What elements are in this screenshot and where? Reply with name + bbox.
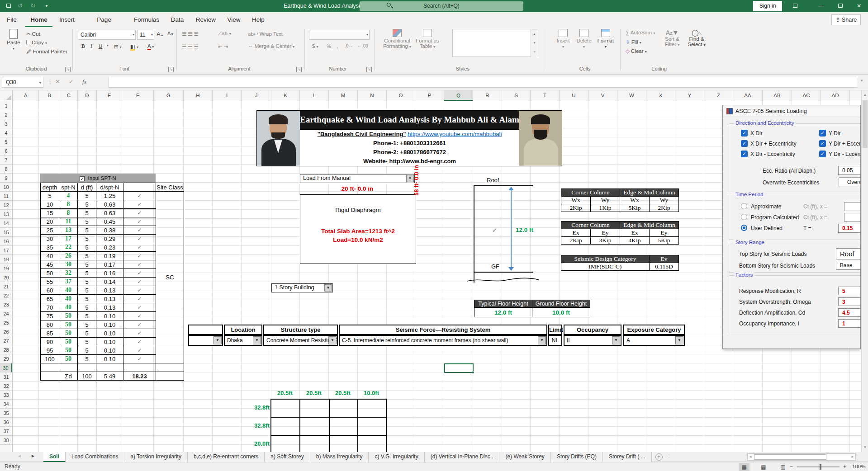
row-header-32[interactable]: 32	[0, 382, 12, 391]
bottom-story-field[interactable]: Base	[836, 261, 861, 270]
spt-data-row[interactable]: 5451.25✓SC	[41, 192, 184, 200]
radio-field[interactable]	[844, 202, 861, 211]
checkbox-x-dir-eccentricity[interactable]: ✓	[741, 140, 748, 147]
row-header-19[interactable]: 19	[0, 264, 12, 273]
restore-button[interactable]	[831, 0, 849, 12]
save-icon[interactable]	[4, 2, 14, 10]
row-header-20[interactable]: 20	[0, 273, 12, 282]
hscroll-right-icon[interactable]: ►	[851, 455, 854, 459]
cut-button[interactable]: ✂ Cut	[26, 31, 40, 37]
column-header-Z[interactable]: Z	[704, 90, 733, 101]
insert-cells-button[interactable]: Insert▾	[553, 29, 574, 49]
radio-user-defined[interactable]	[741, 225, 747, 231]
sheet-tab-load-combinations[interactable]: Load Combinations	[66, 452, 124, 462]
row-header-2[interactable]: 2	[0, 110, 12, 119]
checkbox-y-dir-eccentricity[interactable]: ✓	[819, 140, 826, 147]
banner-youtube-link[interactable]: https://www.youtube.com/mahbubali	[408, 131, 502, 137]
insert-function-icon[interactable]: fx	[82, 78, 86, 85]
column-headers[interactable]: ABCDEFGHIJKLMNOPQRSTUVWXYZAAABACAD	[13, 90, 862, 101]
column-header-B[interactable]: B	[39, 90, 60, 101]
orientation-icon[interactable]: ⟋ab ▾	[218, 31, 232, 37]
column-header-R[interactable]: R	[473, 90, 502, 101]
checkbox-icon[interactable]: ✓	[80, 176, 85, 181]
checkbox-y-dir-eccentricity[interactable]: ✓	[819, 151, 826, 157]
combo-arrow-icon[interactable]: ▼	[324, 284, 332, 292]
story-count-combo[interactable]: 1 Story Building▼	[271, 283, 333, 292]
percent-format-icon[interactable]: %	[327, 43, 331, 49]
copy-button[interactable]: Copy ▾	[26, 40, 47, 45]
number-format-combo[interactable]: ▾	[309, 30, 370, 40]
row-header-7[interactable]: 7	[0, 155, 12, 165]
combo-arrow-icon[interactable]: ▼	[213, 336, 222, 344]
search-box[interactable]: Search (Alt+Q)	[360, 1, 523, 11]
zoom-slider-track[interactable]	[797, 466, 840, 467]
column-header-Q[interactable]: Q	[444, 90, 473, 101]
column-header-E[interactable]: E	[97, 90, 122, 101]
sheet-tab-storey-drift-[interactable]: Storey Drift ( ...	[603, 452, 652, 462]
indent-icons[interactable]: ⇤ ⇥	[218, 43, 228, 50]
radio-approximate[interactable]	[741, 203, 747, 209]
column-header-AA[interactable]: AA	[733, 90, 763, 101]
combo-arrow-icon[interactable]: ▼	[675, 336, 683, 344]
row-header-34[interactable]: 34	[0, 400, 12, 409]
input-sptn-checkbox[interactable]: ✓ Inpul SPT-N	[40, 174, 156, 183]
increase-font-icon[interactable]: A▲	[157, 31, 164, 38]
column-header-N[interactable]: N	[358, 90, 387, 101]
font-color-icon[interactable]: A ▾	[147, 43, 154, 49]
ribbon-tab-file[interactable]: File	[0, 12, 25, 27]
ribbon-tab-data[interactable]: Data	[164, 12, 191, 27]
column-header-J[interactable]: J	[242, 90, 271, 101]
horizontal-align-icons[interactable]: ☰☰☰	[182, 43, 200, 50]
row-header-18[interactable]: 18	[0, 255, 12, 264]
row-header-38[interactable]: 38	[0, 436, 12, 445]
borders-icon[interactable]: ⊞ ▾	[114, 43, 122, 50]
confirm-entry-icon[interactable]: ✓	[69, 78, 74, 85]
bold-button[interactable]: B	[81, 43, 85, 49]
row-header-15[interactable]: 15	[0, 228, 12, 237]
param-value-Limit[interactable]: NL	[548, 335, 562, 346]
column-header-V[interactable]: V	[588, 90, 617, 101]
gallery-scroll-buttons[interactable]: ▴▾≡	[531, 29, 538, 57]
column-header-H[interactable]: H	[184, 90, 213, 101]
sheet-tab-c-v-g-irregularity[interactable]: c) V.G. Irregularity	[369, 452, 424, 462]
column-header-G[interactable]: G	[154, 90, 184, 101]
radio-field[interactable]	[844, 213, 861, 222]
column-header-U[interactable]: U	[560, 90, 588, 101]
expand-formula-bar-icon[interactable]: ▾	[861, 78, 863, 83]
font-family-combo[interactable]: Calibri▾	[78, 30, 136, 40]
radio-program-calculated[interactable]	[741, 214, 747, 220]
row-header-13[interactable]: 13	[0, 210, 12, 219]
param-value-Occupancy Category[interactable]: II▼	[564, 335, 621, 346]
checkbox-x-dir[interactable]: ✓	[741, 130, 748, 137]
checkbox-x-dir-eccentricity[interactable]: ✓	[741, 151, 748, 157]
italic-button[interactable]: I	[90, 43, 92, 49]
format-as-table-button[interactable]: Format asTable ▾	[414, 29, 441, 49]
row-header-25[interactable]: 25	[0, 318, 12, 327]
sheet-tab-b-mass-irregularity[interactable]: b) Mass Irregularity	[310, 452, 369, 462]
decrease-decimal-icon[interactable]: ←.00	[357, 43, 368, 48]
column-header-A[interactable]: A	[13, 90, 39, 101]
zoom-slider-thumb[interactable]	[820, 464, 821, 470]
format-painter-button[interactable]: 🖉 Format Painter	[26, 49, 67, 54]
column-header-O[interactable]: O	[387, 90, 415, 101]
column-header-C[interactable]: C	[60, 90, 78, 101]
font-dialog-launcher[interactable]: ↘	[168, 67, 174, 72]
zoom-out-icon[interactable]: −	[790, 463, 793, 470]
sign-in-button[interactable]: Sign in	[753, 1, 782, 11]
row-header-12[interactable]: 12	[0, 201, 12, 210]
delete-cells-button[interactable]: Delete▾	[574, 29, 594, 49]
row-header-21[interactable]: 21	[0, 282, 12, 291]
minimize-button[interactable]: —	[812, 0, 830, 12]
ribbon-tab-formulas[interactable]: Formulas	[132, 12, 159, 27]
sheet-nav-right-icon[interactable]: ►	[31, 453, 35, 458]
comma-format-icon[interactable]: ,	[337, 43, 338, 49]
row-header-6[interactable]: 6	[0, 146, 12, 155]
param-value-Seismic Force—Resisting System[interactable]: C-5. Intermediate reinforced concrete mo…	[339, 335, 547, 346]
row-header-11[interactable]: 11	[0, 192, 12, 201]
decrease-font-icon[interactable]: A▼	[167, 31, 174, 36]
combo-arrow-icon[interactable]: ▼	[328, 336, 337, 344]
horizontal-scroll-thumb[interactable]	[754, 454, 826, 460]
ribbon-tab-review[interactable]: Review	[192, 12, 219, 27]
cancel-entry-icon[interactable]: ✕	[55, 78, 60, 85]
row-header-36[interactable]: 36	[0, 418, 12, 427]
